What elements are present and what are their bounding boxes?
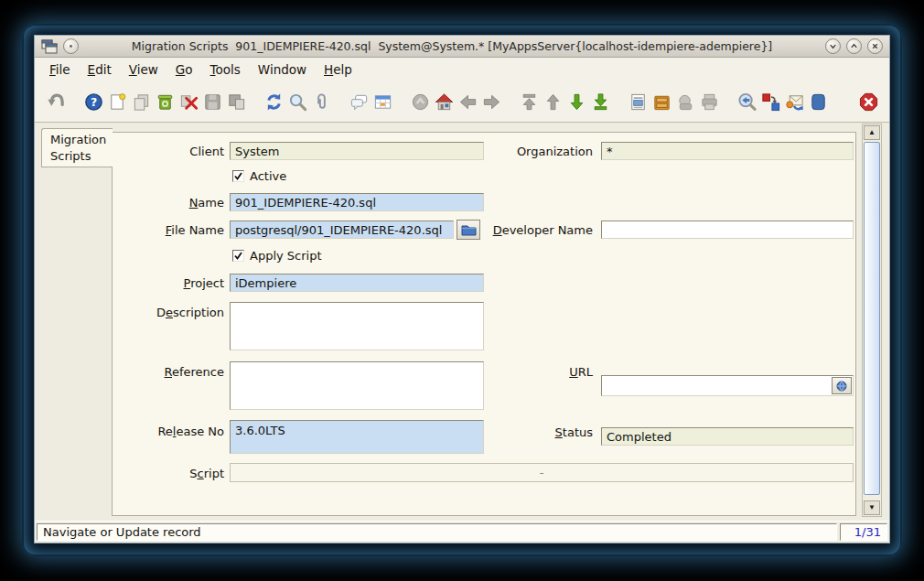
undo-button[interactable] bbox=[44, 89, 68, 114]
requery-button[interactable] bbox=[262, 89, 285, 114]
menu-window[interactable]: Window bbox=[258, 62, 306, 77]
description-label: Description bbox=[114, 306, 224, 319]
script-field: - bbox=[230, 463, 854, 482]
check-icon bbox=[233, 171, 243, 181]
status-bar: Navigate or Update record 1/31 bbox=[35, 521, 889, 543]
zoom-across-icon bbox=[736, 91, 757, 113]
menu-help[interactable]: Help bbox=[324, 62, 352, 77]
save-create-new-button[interactable] bbox=[224, 89, 248, 114]
project-field[interactable]: iDempiere bbox=[230, 274, 484, 292]
save-button[interactable] bbox=[200, 89, 224, 114]
client-field: System bbox=[230, 142, 484, 160]
close-button[interactable] bbox=[867, 38, 883, 54]
file-browse-button[interactable] bbox=[457, 220, 480, 240]
active-checkbox-label: Active bbox=[250, 169, 286, 183]
print-button[interactable] bbox=[697, 89, 721, 114]
dot-icon bbox=[66, 41, 76, 51]
first-record-button[interactable] bbox=[517, 89, 541, 114]
chat-button[interactable] bbox=[347, 89, 371, 114]
menu-edit[interactable]: Edit bbox=[88, 62, 112, 77]
grid-toggle-button[interactable] bbox=[371, 89, 394, 114]
workflow-icon bbox=[760, 91, 781, 113]
record-indicator[interactable]: 1/31 bbox=[840, 523, 887, 541]
scroll-down-button[interactable]: ▼ bbox=[864, 500, 880, 515]
delete-selection-button[interactable] bbox=[177, 89, 200, 114]
print-preview-button[interactable] bbox=[673, 89, 697, 114]
vertical-scrollbar: ▲ ▼ bbox=[862, 124, 882, 517]
attachment-button[interactable] bbox=[309, 89, 333, 114]
home-icon bbox=[434, 91, 455, 113]
status-field: Completed bbox=[601, 427, 854, 446]
refresh-icon bbox=[263, 91, 285, 113]
forward-button[interactable] bbox=[479, 89, 503, 114]
close-icon bbox=[870, 41, 880, 51]
next-record-button[interactable] bbox=[564, 89, 588, 114]
save-copy-icon bbox=[226, 91, 247, 113]
reference-textarea[interactable] bbox=[230, 361, 484, 410]
title-bar: Migration Scripts 901_IDEMPIERE-420.sql … bbox=[35, 36, 889, 58]
requests-email-button[interactable] bbox=[782, 89, 806, 114]
save-icon bbox=[202, 91, 223, 113]
developer-name-field[interactable] bbox=[601, 221, 854, 239]
help-button[interactable]: ? bbox=[81, 89, 105, 114]
exit-icon bbox=[858, 91, 879, 113]
globe-icon bbox=[836, 381, 847, 392]
script-label: Script bbox=[114, 467, 224, 480]
description-textarea[interactable] bbox=[230, 302, 484, 350]
file-name-field[interactable]: postgresql/901_IDEMPIERE-420.sql bbox=[230, 221, 454, 239]
last-record-icon bbox=[590, 91, 611, 113]
parent-record-button[interactable] bbox=[408, 89, 432, 114]
new-document-icon bbox=[107, 91, 128, 113]
archive-button[interactable] bbox=[650, 89, 673, 114]
apply-script-checkbox-label: Apply Script bbox=[250, 249, 322, 263]
scroll-up-button[interactable]: ▲ bbox=[864, 125, 880, 140]
url-field[interactable] bbox=[601, 375, 854, 396]
previous-record-icon bbox=[543, 91, 564, 113]
delete-record-button[interactable] bbox=[153, 89, 177, 114]
maximize-button[interactable] bbox=[846, 38, 862, 54]
copy-record-button[interactable] bbox=[129, 89, 153, 114]
first-record-icon bbox=[519, 91, 540, 113]
printer-icon bbox=[699, 91, 720, 113]
calendar-grid-icon bbox=[372, 91, 393, 113]
url-open-button[interactable] bbox=[832, 377, 852, 394]
triangle-up-icon: ▲ bbox=[868, 128, 876, 136]
form-panel: Client System Organization * Active Name… bbox=[112, 132, 856, 516]
menu-tools[interactable]: Tools bbox=[210, 62, 241, 77]
content-area: Migration Scripts Client System Organiza… bbox=[35, 123, 889, 521]
back-button[interactable] bbox=[456, 89, 479, 114]
menu-go[interactable]: Go bbox=[176, 62, 193, 77]
menu-view[interactable]: View bbox=[129, 62, 158, 77]
scrollbar-thumb[interactable] bbox=[864, 142, 880, 495]
home-button[interactable] bbox=[432, 89, 456, 114]
url-label: URL bbox=[483, 365, 593, 379]
tab-migration-scripts[interactable]: Migration Scripts bbox=[41, 128, 113, 167]
release-no-field[interactable]: 3.6.0LTS bbox=[230, 420, 484, 454]
status-message: Navigate or Update record bbox=[37, 523, 837, 541]
apply-script-checkbox-row: Apply Script bbox=[232, 249, 322, 263]
workflow-button[interactable] bbox=[758, 89, 782, 114]
organization-field: * bbox=[601, 142, 854, 160]
search-icon bbox=[287, 91, 308, 113]
svg-text:?: ? bbox=[90, 94, 96, 108]
status-label: Status bbox=[483, 425, 593, 439]
parent-record-icon bbox=[410, 91, 431, 113]
report-button[interactable] bbox=[626, 89, 650, 114]
shade-button[interactable] bbox=[63, 38, 79, 54]
chevron-down-icon bbox=[828, 41, 838, 51]
archive-icon bbox=[651, 91, 672, 113]
last-record-button[interactable] bbox=[588, 89, 612, 114]
active-checkbox[interactable] bbox=[232, 170, 244, 182]
previous-record-button[interactable] bbox=[541, 89, 564, 114]
minimize-button[interactable] bbox=[825, 38, 841, 54]
new-record-button[interactable] bbox=[105, 89, 129, 114]
zoom-across-button[interactable] bbox=[735, 89, 758, 114]
name-field[interactable]: 901_IDEMPIERE-420.sql bbox=[230, 193, 484, 211]
product-info-button[interactable] bbox=[806, 89, 830, 114]
paperclip-icon bbox=[311, 91, 332, 113]
apply-script-checkbox[interactable] bbox=[232, 250, 244, 262]
exit-button[interactable] bbox=[856, 89, 880, 114]
find-button[interactable] bbox=[285, 89, 309, 114]
active-checkbox-row: Active bbox=[232, 169, 286, 183]
menu-file[interactable]: File bbox=[49, 62, 70, 77]
